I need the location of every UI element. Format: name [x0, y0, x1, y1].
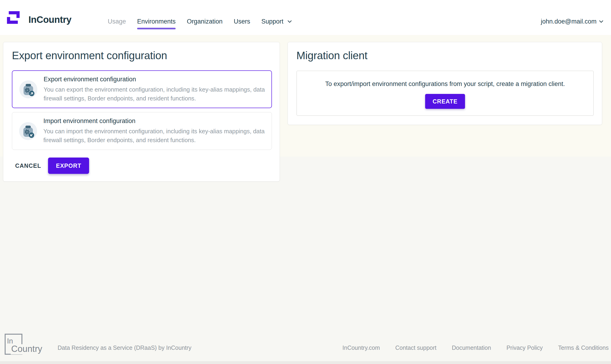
option-text-block: Import environment configuration You can… — [43, 117, 267, 144]
migration-client-card: Migration client To export/import enviro… — [288, 42, 602, 125]
footer-logo-text-country: Country — [11, 344, 44, 354]
chevron-down-icon — [287, 20, 292, 23]
option-text-block: Export environment configuration You can… — [44, 76, 267, 103]
option-description: You can export the environment configura… — [44, 85, 267, 103]
config-jar-export-icon — [19, 80, 37, 98]
export-button[interactable]: EXPORT — [48, 157, 89, 174]
chevron-down-icon — [599, 20, 604, 23]
nav-item-organization[interactable]: Organization — [187, 18, 223, 25]
footer-link-privacy-policy[interactable]: Privacy Policy — [506, 344, 543, 351]
active-tab-underline — [137, 28, 176, 29]
nav-item-users-label: Users — [234, 18, 250, 25]
footer-links: InCountry.com Contact support Documentat… — [342, 344, 609, 351]
nav-item-usage-label: Usage — [108, 18, 126, 25]
footer-link-documentation[interactable]: Documentation — [452, 344, 491, 351]
incountry-logo-icon — [6, 10, 21, 25]
user-email: john.doe@mail.com — [541, 18, 597, 25]
nav-item-environments-label: Environments — [137, 18, 176, 25]
option-export-environment-configuration[interactable]: Export environment configuration You can… — [12, 70, 272, 108]
option-import-environment-configuration[interactable]: Import environment configuration You can… — [12, 112, 272, 150]
footer-tagline: Data Residency as a Service (DRaaS) by I… — [58, 344, 191, 351]
create-button[interactable]: CREATE — [425, 94, 465, 109]
footer-link-terms-conditions[interactable]: Terms & Conditions — [558, 344, 609, 351]
option-description: You can import the environment configura… — [43, 127, 267, 144]
main-nav: Usage Environments Organization Users Su… — [108, 18, 292, 25]
migration-description: To export/import environment configurati… — [297, 80, 593, 88]
migration-client-panel: To export/import environment configurati… — [296, 71, 594, 116]
footer-link-contact-support[interactable]: Contact support — [395, 344, 437, 351]
top-navigation-bar: InCountry Usage Environments Organizatio… — [0, 0, 611, 35]
export-card-title: Export environment configuration — [12, 49, 271, 62]
option-title: Export environment configuration — [44, 76, 267, 83]
user-account-menu[interactable]: john.doe@mail.com — [541, 18, 604, 25]
export-environment-configuration-card: Export environment configuration Export … — [3, 42, 280, 182]
footer-link-incountry-com[interactable]: InCountry.com — [342, 344, 380, 351]
nav-item-organization-label: Organization — [187, 18, 223, 25]
nav-item-usage[interactable]: Usage — [108, 18, 126, 25]
nav-item-users[interactable]: Users — [234, 18, 250, 25]
export-card-actions: CANCEL EXPORT — [12, 157, 89, 174]
cancel-button[interactable]: CANCEL — [12, 162, 44, 169]
migration-card-title: Migration client — [296, 49, 593, 62]
config-jar-import-icon — [19, 122, 37, 140]
nav-item-support-label: Support — [261, 18, 284, 25]
option-title: Import environment configuration — [43, 117, 267, 125]
nav-item-environments[interactable]: Environments — [137, 18, 176, 25]
nav-item-support[interactable]: Support — [261, 18, 292, 25]
brand-wordmark: InCountry — [28, 14, 71, 25]
